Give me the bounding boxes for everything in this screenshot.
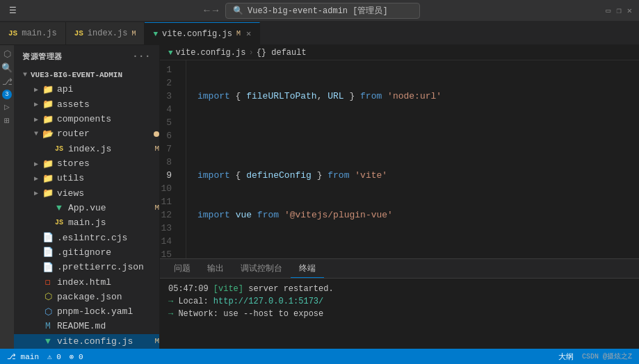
- nav-arrows: ← →: [204, 5, 218, 16]
- terminal-time: 05:47:09: [168, 284, 213, 294]
- panel-tab-issues[interactable]: 问题: [165, 260, 199, 277]
- nav-forward-icon[interactable]: →: [213, 5, 218, 16]
- tree-label: views: [57, 188, 159, 199]
- editor-content[interactable]: 1 2 3 4 5 6 7 8 9 10 11 12 13 14 15 16: [160, 60, 639, 258]
- source-control-icon[interactable]: ⎇: [1, 76, 13, 88]
- tree-arrow: ▼: [31, 130, 42, 138]
- folder-icon: 📁: [42, 114, 54, 125]
- breadcrumb-sep: ›: [248, 48, 253, 58]
- tree-label: main.js: [68, 217, 159, 228]
- more-icon[interactable]: ···: [132, 51, 151, 62]
- status-right: 大纲 CSDN @摄炫之Z: [558, 351, 632, 362]
- tab-modified-badge: M: [131, 30, 136, 38]
- close-button[interactable]: ✕: [627, 6, 632, 16]
- panel-tab-output[interactable]: 输出: [199, 260, 232, 277]
- files-icon[interactable]: ⬡: [1, 48, 13, 60]
- line-num: 6: [160, 129, 177, 142]
- nav-back-icon[interactable]: ←: [204, 5, 209, 16]
- line-num: 7: [160, 142, 177, 156]
- tab-label: vite.config.js: [162, 29, 232, 39]
- vue-icon: ▼: [42, 336, 54, 347]
- search-activity-icon[interactable]: 🔍: [1, 62, 13, 74]
- tree-label: .gitignore: [57, 247, 159, 258]
- folder-icon: 📁: [42, 158, 54, 169]
- sidebar-item-router-index[interactable]: JS index.js M: [14, 142, 159, 156]
- tree-label: components: [57, 114, 159, 124]
- modified-badge: M: [154, 144, 159, 153]
- tree-label: vite.config.js: [57, 336, 152, 347]
- sidebar-item-main-js[interactable]: JS main.js: [14, 215, 159, 230]
- status-left: ⎇ main ⚠ 0 ⊗ 0: [7, 352, 83, 361]
- main-area: ⬡ 🔍 ⎇ 3 ▷ ⊞ 资源管理器 ··· ▼ VUE3-BIG-EVENT-A…: [0, 45, 639, 349]
- terminal-line: → Local: http://127.0.0.1:5173/: [168, 295, 631, 308]
- tree-arrow: ▶: [31, 85, 42, 94]
- file-icon: 📄: [42, 232, 54, 243]
- sidebar-item-index-html[interactable]: ◻ index.html: [14, 274, 159, 289]
- tree-label: stores: [57, 158, 159, 169]
- maximize-button[interactable]: ❐: [617, 6, 622, 16]
- sidebar-item-components[interactable]: ▶ 📁 components: [14, 112, 159, 126]
- extensions-icon[interactable]: ⊞: [1, 115, 13, 127]
- line-num: 8: [160, 156, 177, 169]
- tree-label: .eslintrc.cjs: [57, 233, 159, 243]
- sidebar-item-vite-config[interactable]: ▼ vite.config.js M: [14, 334, 159, 349]
- tree-label: README.md: [57, 321, 159, 331]
- sidebar-item-eslintrc[interactable]: 📄 .eslintrc.cjs: [14, 230, 159, 245]
- folder-icon: 📁: [42, 173, 54, 184]
- sidebar-item-utils[interactable]: ▶ 📁 utils: [14, 171, 159, 185]
- sidebar-item-prettierrc[interactable]: 📄 .prettierrc.json: [14, 260, 159, 274]
- line-num: 5: [160, 116, 177, 129]
- tree-label: pnpm-lock.yaml: [57, 306, 159, 317]
- sidebar-item-gitignore[interactable]: 📄 .gitignore: [14, 245, 159, 260]
- sidebar: 资源管理器 ··· ▼ VUE3-BIG-EVENT-ADMIN ▶ 📁 api…: [14, 45, 160, 349]
- error-count: ⚠ 0: [47, 352, 61, 361]
- terminal-content[interactable]: 05:47:09 [vite] server restarted. → Loca…: [160, 279, 639, 349]
- folder-icon: 📁: [42, 84, 54, 95]
- search-text: Vue3-big-event-admin [管理员]: [248, 5, 388, 17]
- activity-bar: ⬡ 🔍 ⎇ 3 ▷ ⊞: [0, 45, 14, 349]
- tree-arrow: ▼: [19, 71, 31, 78]
- terminal-line: 05:47:09 [vite] server restarted.: [168, 283, 631, 295]
- code-lines: import { fileURLToPath, URL } from 'node…: [186, 60, 639, 258]
- search-bar[interactable]: 🔍 Vue3-big-event-admin [管理员]: [225, 3, 420, 19]
- sidebar-item-readme[interactable]: M README.md: [14, 319, 159, 333]
- minimize-button[interactable]: ▭: [606, 6, 610, 16]
- sidebar-item-stores[interactable]: ▶ 📁 stores: [14, 156, 159, 171]
- sidebar-item-package-json[interactable]: ⬡ package.json: [14, 290, 159, 304]
- sidebar-item-api[interactable]: ▶ 📁 api: [14, 82, 159, 97]
- tree-label: index.html: [57, 277, 159, 288]
- tree-label: index.js: [68, 144, 152, 154]
- modified-badge: M: [154, 204, 159, 212]
- terminal-line: → Network: use --host to expose: [168, 308, 631, 320]
- tab-label: index.js: [88, 28, 128, 38]
- sidebar-item-views[interactable]: ▶ 📁 views: [14, 186, 159, 201]
- html-icon: ◻: [42, 276, 54, 288]
- tab-main-js[interactable]: JS main.js: [0, 22, 66, 44]
- debug-icon[interactable]: ▷: [1, 101, 13, 113]
- code-line: import vue from '@vitejs/plugin-vue': [197, 208, 639, 222]
- panel: 问题 输出 调试控制台 终端 05:47:09 [vite] server re…: [160, 258, 639, 349]
- panel-tab-debug[interactable]: 调试控制台: [232, 260, 291, 277]
- tree-label: assets: [57, 99, 159, 110]
- csdn-watermark: CSDN @摄炫之Z: [582, 351, 632, 361]
- sidebar-item-pnpm-lock[interactable]: ⬡ pnpm-lock.yaml: [14, 304, 159, 319]
- line-num: 2: [160, 76, 177, 90]
- breadcrumb-file: vite.config.js: [176, 48, 246, 58]
- tree-label: App.vue: [68, 203, 152, 213]
- line-num: 11: [160, 195, 177, 208]
- menu-icon[interactable]: ☰: [7, 5, 18, 16]
- tree-arrow: ▶: [31, 174, 42, 183]
- tree-root[interactable]: ▼ VUE3-BIG-EVENT-ADMIN: [14, 67, 159, 82]
- terminal-vite: [vite]: [213, 284, 243, 294]
- sidebar-item-assets[interactable]: ▶ 📁 assets: [14, 97, 159, 112]
- tab-index-js[interactable]: JS index.js M: [66, 22, 145, 44]
- tab-close-button[interactable]: ✕: [246, 28, 251, 39]
- breadcrumb-default: {} default: [257, 48, 307, 58]
- panel-tab-terminal[interactable]: 终端: [291, 260, 324, 278]
- code-line: [197, 129, 639, 142]
- tab-vite-config[interactable]: ▼ vite.config.js M ✕: [145, 22, 260, 44]
- yaml-icon: ⬡: [42, 306, 54, 317]
- sidebar-item-app-vue[interactable]: ▼ App.vue M: [14, 201, 159, 215]
- js-icon: JS: [53, 145, 65, 153]
- sidebar-item-router[interactable]: ▼ 📂 router: [14, 126, 159, 141]
